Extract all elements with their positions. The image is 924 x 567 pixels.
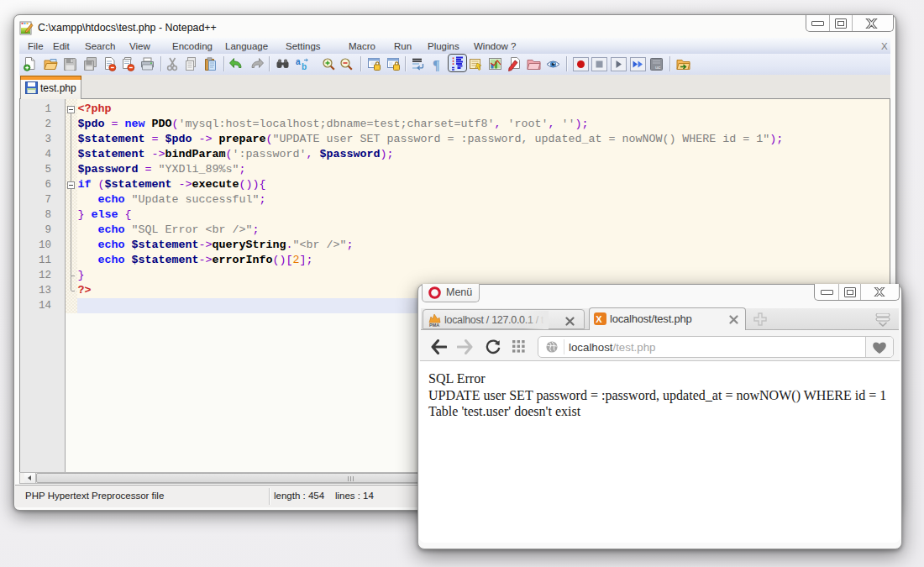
svg-text:a: a: [296, 57, 301, 66]
svg-text:b: b: [302, 62, 307, 71]
svg-text:X: X: [596, 314, 602, 324]
svg-text:¶: ¶: [433, 58, 440, 72]
svg-text:PMA: PMA: [429, 323, 439, 328]
svg-text:uc: uc: [655, 65, 660, 70]
